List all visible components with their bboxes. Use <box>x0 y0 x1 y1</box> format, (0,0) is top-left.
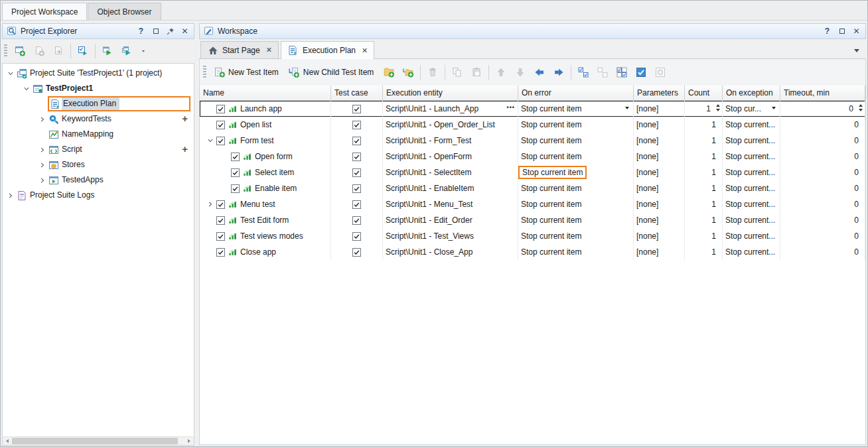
move-right-button[interactable] <box>549 63 568 82</box>
run-tests-button[interactable] <box>74 42 92 60</box>
expander-collapsed-icon[interactable] <box>37 147 48 153</box>
tree-item-project-suite-logs[interactable]: Project Suite Logs <box>3 188 194 203</box>
row-select-item[interactable]: Select itemScript\Unit1 - SelectItemStop… <box>200 164 865 180</box>
expander-collapsed-icon[interactable] <box>37 116 48 123</box>
enable-selected-item-button[interactable] <box>632 63 650 82</box>
tree-item-script[interactable]: Script+ <box>3 142 194 157</box>
test-case-checkbox[interactable] <box>352 121 361 129</box>
item-enabled-checkbox[interactable] <box>216 137 225 145</box>
execution-plan-toolbar-grip[interactable] <box>203 66 206 79</box>
expander-collapsed-icon[interactable] <box>37 177 48 184</box>
tab-object-browser[interactable]: Object Browser <box>88 3 161 20</box>
close-tab-icon[interactable]: ✕ <box>266 46 272 54</box>
row-test-views-modes[interactable]: Test views modesScript\Unit1 - Test_View… <box>200 228 865 244</box>
tree-item-testproject1[interactable]: TestProject1 <box>3 81 194 96</box>
tree-item-project-suite-testproject1-1-project[interactable]: Project Suite 'TestProject1' (1 project) <box>3 66 194 81</box>
browse-button[interactable]: ••• <box>507 104 515 111</box>
test-case-checkbox[interactable] <box>352 105 361 113</box>
add-item-button[interactable]: + <box>182 144 188 155</box>
invert-item-checks-button[interactable] <box>613 63 631 82</box>
timeout-spinner[interactable] <box>859 104 863 111</box>
float-button[interactable] <box>836 26 847 37</box>
expander-collapsed-icon[interactable] <box>5 192 16 199</box>
item-name: Enable item <box>255 184 297 193</box>
pin-button[interactable] <box>165 26 176 37</box>
dropdown-arrow-icon[interactable] <box>625 107 629 109</box>
scroll-left-button[interactable] <box>3 437 12 445</box>
column-header-name[interactable]: Name <box>200 86 331 100</box>
new-group-button[interactable] <box>380 63 398 82</box>
expander-expanded-icon[interactable] <box>205 137 216 144</box>
test-case-checkbox[interactable] <box>352 137 361 145</box>
column-header-timeout-min[interactable]: Timeout, min <box>780 86 865 100</box>
item-enabled-checkbox[interactable] <box>216 248 225 257</box>
item-enabled-checkbox[interactable] <box>216 200 225 209</box>
test-case-checkbox[interactable] <box>352 153 361 161</box>
tab-list-dropdown-icon[interactable] <box>854 49 859 52</box>
column-header-execution-entity[interactable]: Execution entity <box>383 86 518 100</box>
new-child-test-item-button[interactable]: New Child Test Item <box>285 63 379 82</box>
row-launch-app[interactable]: Launch appScript\Unit1 - Launch_App•••St… <box>200 101 865 117</box>
close-panel-button[interactable]: ✕ <box>179 26 190 37</box>
dropdown-arrow-button[interactable] <box>137 42 149 60</box>
item-enabled-checkbox[interactable] <box>231 184 240 193</box>
new-child-group-button[interactable] <box>399 63 417 82</box>
move-left-button[interactable] <box>530 63 549 82</box>
tree-item-testedapps[interactable]: TestedApps <box>3 172 194 188</box>
float-button[interactable] <box>150 26 161 37</box>
help-button[interactable]: ? <box>822 26 833 37</box>
tree-item-keywordtests[interactable]: KeywordTests+ <box>3 111 194 127</box>
test-case-checkbox[interactable] <box>352 232 361 241</box>
item-enabled-checkbox[interactable] <box>216 232 225 241</box>
cell-on-error: Stop current item <box>518 133 634 149</box>
test-case-checkbox[interactable] <box>352 216 361 225</box>
test-case-checkbox[interactable] <box>352 168 361 177</box>
tree-item-execution-plan[interactable]: Execution Plan <box>3 96 194 111</box>
row-open-form[interactable]: Open formScript\Unit1 - OpenFormStop cur… <box>200 149 865 164</box>
column-header-on-error[interactable]: On error <box>518 86 634 100</box>
count-spinner[interactable] <box>716 104 720 111</box>
test-case-checkbox[interactable] <box>352 248 361 257</box>
column-header-parameters[interactable]: Parameters <box>634 86 685 100</box>
new-test-item-button[interactable]: New Test Item <box>210 63 284 82</box>
column-header-on-exception[interactable]: On exception <box>723 86 780 100</box>
column-header-test-case[interactable]: Test case <box>331 86 383 100</box>
row-form-test[interactable]: Form testScript\Unit1 - Form_TestStop cu… <box>200 133 865 149</box>
close-tab-icon[interactable]: ✕ <box>362 46 368 55</box>
add-item-button[interactable]: + <box>182 113 188 124</box>
tab-start-page[interactable]: Start Page ✕ <box>200 41 279 58</box>
help-button[interactable]: ? <box>135 26 147 37</box>
expander-collapsed-icon[interactable] <box>37 162 48 168</box>
column-header-count[interactable]: Count <box>685 86 723 100</box>
row-menu-test[interactable]: Menu testScript\Unit1 - Menu_TestStop cu… <box>200 196 865 212</box>
item-enabled-checkbox[interactable] <box>216 105 225 113</box>
scrollbar-thumb[interactable] <box>12 438 178 444</box>
tree-item-namemapping[interactable]: NameMapping <box>3 127 194 142</box>
tree-item-stores[interactable]: Stores <box>3 157 194 172</box>
row-close-app[interactable]: Close appScript\Unit1 - Close_AppStop cu… <box>200 244 865 260</box>
test-case-checkbox[interactable] <box>352 200 361 209</box>
row-open-list[interactable]: Open listScript\Unit1 - Open_Order_ListS… <box>200 117 865 133</box>
expander-collapsed-icon[interactable] <box>205 201 216 208</box>
tab-execution-plan[interactable]: Execution Plan ✕ <box>281 41 374 59</box>
row-test-edit-form[interactable]: Test Edit formScript\Unit1 - Edit_OrderS… <box>200 212 865 228</box>
scroll-right-button[interactable] <box>184 437 194 445</box>
run-project-button[interactable] <box>98 42 117 60</box>
row-enable-item[interactable]: Enable itemScript\Unit1 - EnableItemStop… <box>200 180 865 196</box>
add-new-project-button[interactable] <box>11 42 29 60</box>
expander-expanded-icon[interactable] <box>5 70 16 77</box>
horizontal-scrollbar[interactable] <box>2 436 194 446</box>
run-project-suite-button[interactable] <box>117 42 136 60</box>
close-panel-button[interactable]: ✕ <box>851 26 862 37</box>
project-explorer-toolbar-grip[interactable] <box>4 44 7 58</box>
test-case-checkbox[interactable] <box>352 184 361 193</box>
item-enabled-checkbox[interactable] <box>231 168 240 177</box>
expander-expanded-icon[interactable] <box>21 86 32 92</box>
item-enabled-checkbox[interactable] <box>216 216 225 225</box>
item-enabled-checkbox[interactable] <box>216 121 225 129</box>
enable-all-items-button[interactable] <box>574 63 593 82</box>
scrollbar-track[interactable] <box>178 437 184 445</box>
dropdown-arrow-icon[interactable] <box>772 107 776 109</box>
tab-project-workspace[interactable]: Project Workspace <box>2 3 87 20</box>
item-enabled-checkbox[interactable] <box>231 153 240 161</box>
